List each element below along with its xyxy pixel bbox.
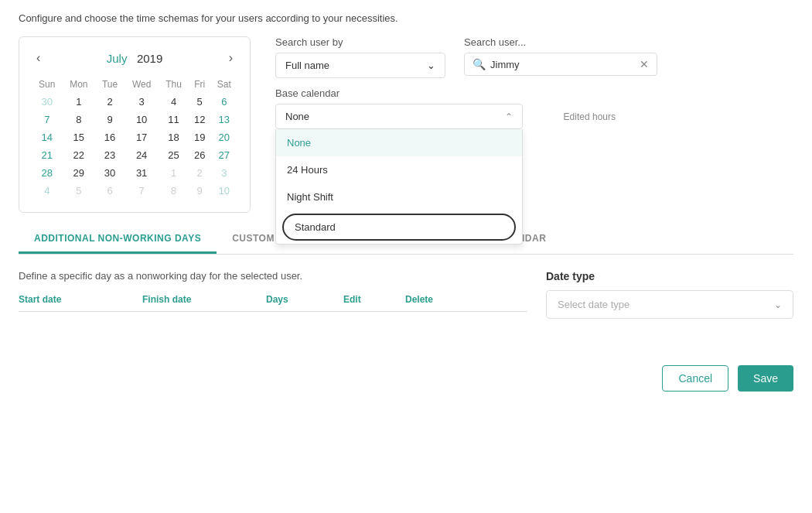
calendar-day[interactable]: 31 xyxy=(125,164,159,182)
calendar-day[interactable]: 10 xyxy=(125,111,159,128)
calendar-title: July 2019 xyxy=(107,52,163,65)
date-type-label: Date type xyxy=(546,270,793,282)
table-header-row: Start date Finish date Days Edit Delete xyxy=(19,294,527,312)
search-by-label: Search user by xyxy=(275,36,445,48)
dropdown-item-none[interactable]: None xyxy=(276,129,522,156)
calendar-day[interactable]: 25 xyxy=(159,146,188,164)
search-by-dropdown[interactable]: Full name ⌄ xyxy=(275,53,445,78)
tab-additional-non-working-days[interactable]: ADDITIONAL NON-WORKING DAYS xyxy=(19,225,217,254)
date-type-chevron-icon: ⌄ xyxy=(774,299,782,310)
calendar-day[interactable]: 1 xyxy=(159,164,188,182)
save-button[interactable]: Save xyxy=(738,365,793,392)
chevron-up-icon: ⌃ xyxy=(505,111,513,122)
date-type-select[interactable]: Select date type ⌄ xyxy=(546,290,793,319)
calendar-day[interactable]: 2 xyxy=(95,93,125,111)
calendar-day[interactable]: 12 xyxy=(189,111,211,128)
page-container: Configure and choose the time schemas fo… xyxy=(0,0,812,347)
day-header-sun: Sun xyxy=(32,76,63,93)
day-header-fri: Fri xyxy=(189,76,211,93)
calendar-day[interactable]: 3 xyxy=(211,164,237,182)
calendar-day[interactable]: 5 xyxy=(189,93,211,111)
search-user-input[interactable] xyxy=(490,59,636,70)
dropdown-item-24hours[interactable]: 24 Hours xyxy=(276,156,522,183)
calendar-day[interactable]: 29 xyxy=(63,164,96,182)
tab-description: Define a specific day as a nonworking da… xyxy=(19,270,527,282)
calendar-day[interactable]: 7 xyxy=(125,182,159,200)
date-type-panel: Date type Select date type ⌄ xyxy=(546,270,793,319)
main-content: ‹ July 2019 › Sun Mon Tue Wed Thu Fr xyxy=(19,36,793,213)
th-delete: Delete xyxy=(405,294,467,305)
calendar-day[interactable]: 8 xyxy=(159,182,188,200)
tab-content: Define a specific day as a nonworking da… xyxy=(19,255,793,334)
calendar-next-button[interactable]: › xyxy=(224,50,237,67)
day-header-tue: Tue xyxy=(95,76,125,93)
base-calendar-dropdown: None ⌃ None 24 Hours Night Shift Standar… xyxy=(275,104,523,129)
edited-hours-badge: Edited hours xyxy=(564,111,616,122)
calendar-day[interactable]: 13 xyxy=(211,111,237,128)
th-start-date: Start date xyxy=(19,294,142,305)
base-calendar-trigger[interactable]: None ⌃ xyxy=(275,104,523,129)
calendar-year: 2019 xyxy=(137,52,162,65)
day-header-thu: Thu xyxy=(159,76,188,93)
calendar-day[interactable]: 7 xyxy=(32,111,63,128)
tab-main: Define a specific day as a nonworking da… xyxy=(19,270,527,319)
day-header-mon: Mon xyxy=(63,76,96,93)
day-header-wed: Wed xyxy=(125,76,159,93)
calendar-day[interactable]: 27 xyxy=(211,146,237,164)
calendar-day[interactable]: 9 xyxy=(189,182,211,200)
calendar-day[interactable]: 19 xyxy=(189,128,211,146)
calendar-day[interactable]: 11 xyxy=(159,111,188,128)
search-by-value: Full name xyxy=(285,60,329,71)
base-calendar-selected: None xyxy=(285,111,309,122)
calendar-day[interactable]: 9 xyxy=(95,111,125,128)
calendar-day[interactable]: 18 xyxy=(159,128,188,146)
calendar-day[interactable]: 14 xyxy=(32,128,63,146)
base-calendar-label: Base calendar xyxy=(275,87,793,99)
calendar-day[interactable]: 26 xyxy=(189,146,211,164)
chevron-down-icon: ⌄ xyxy=(427,60,435,71)
calendar-day[interactable]: 15 xyxy=(63,128,96,146)
calendar-day[interactable]: 21 xyxy=(32,146,63,164)
calendar-day[interactable]: 10 xyxy=(211,182,237,200)
calendar-grid: Sun Mon Tue Wed Thu Fri Sat 301234567891… xyxy=(32,76,237,200)
calendar-day[interactable]: 1 xyxy=(63,93,96,111)
footer: Cancel Save xyxy=(0,353,812,404)
calendar-day[interactable]: 28 xyxy=(32,164,63,182)
clear-icon[interactable]: ✕ xyxy=(640,58,649,70)
calendar-day[interactable]: 4 xyxy=(159,93,188,111)
calendar-day[interactable]: 23 xyxy=(95,146,125,164)
dropdown-item-standard[interactable]: Standard xyxy=(282,214,516,241)
search-user-group: Search user... 🔍 ✕ xyxy=(464,36,657,76)
calendar-day[interactable]: 6 xyxy=(211,93,237,111)
search-row: Search user by Full name ⌄ Search user..… xyxy=(275,36,793,78)
calendar-day[interactable]: 30 xyxy=(32,93,63,111)
cancel-button[interactable]: Cancel xyxy=(662,365,728,392)
page-description: Configure and choose the time schemas fo… xyxy=(19,12,793,24)
search-user-label: Search user... xyxy=(464,36,657,48)
calendar-day[interactable]: 20 xyxy=(211,128,237,146)
calendar-day[interactable]: 22 xyxy=(63,146,96,164)
dropdown-item-nightshift[interactable]: Night Shift xyxy=(276,183,522,210)
calendar-day[interactable]: 2 xyxy=(189,164,211,182)
calendar-prev-button[interactable]: ‹ xyxy=(32,50,45,67)
th-finish-date: Finish date xyxy=(142,294,266,305)
date-type-placeholder: Select date type xyxy=(558,299,629,310)
calendar-day[interactable]: 4 xyxy=(32,182,63,200)
calendar-day[interactable]: 17 xyxy=(125,128,159,146)
calendar-day[interactable]: 16 xyxy=(95,128,125,146)
calendar-day[interactable]: 24 xyxy=(125,146,159,164)
search-user-input-container: 🔍 ✕ xyxy=(464,53,657,76)
calendar-day[interactable]: 5 xyxy=(63,182,96,200)
calendar-day[interactable]: 6 xyxy=(95,182,125,200)
base-calendar-section: Base calendar None ⌃ None 24 Hours Night… xyxy=(275,87,793,129)
right-panel: Search user by Full name ⌄ Search user..… xyxy=(275,36,793,129)
th-days: Days xyxy=(266,294,343,305)
day-header-sat: Sat xyxy=(211,76,237,93)
calendar-header: ‹ July 2019 › xyxy=(32,50,237,67)
th-edit: Edit xyxy=(343,294,405,305)
base-calendar-menu: None 24 Hours Night Shift Standard xyxy=(275,129,523,245)
calendar-day[interactable]: 3 xyxy=(125,93,159,111)
calendar-day[interactable]: 8 xyxy=(63,111,96,128)
calendar-day[interactable]: 30 xyxy=(95,164,125,182)
search-icon: 🔍 xyxy=(473,58,486,70)
